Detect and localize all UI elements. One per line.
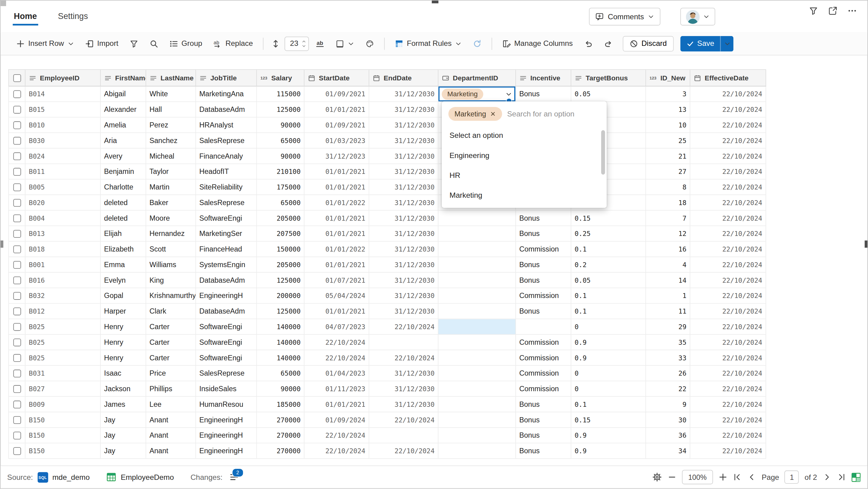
- cell-effective_date[interactable]: 22/10/2024: [690, 335, 766, 350]
- cell-end_date[interactable]: 31/12/2030: [369, 117, 438, 133]
- cell-salary[interactable]: 125000: [257, 304, 304, 319]
- cell-start_date[interactable]: 01/09/2024: [304, 412, 369, 428]
- column-header-salary[interactable]: Salary: [257, 70, 304, 86]
- cell-employee_id[interactable]: B024: [25, 148, 101, 164]
- cell-target_bonus[interactable]: 0: [571, 381, 646, 397]
- cell-id_new[interactable]: 13: [646, 102, 690, 118]
- cell-start_date[interactable]: 01/01/2021: [304, 304, 369, 319]
- cell-effective_date[interactable]: 22/10/2024: [690, 148, 766, 164]
- cell-department_id[interactable]: [438, 428, 516, 443]
- row-checkbox[interactable]: [13, 385, 21, 393]
- cell-department_id[interactable]: [438, 366, 516, 381]
- stepper-up-icon[interactable]: [301, 39, 307, 44]
- cell-incentive[interactable]: Commission: [516, 242, 571, 257]
- cell-employee_id[interactable]: B011: [25, 164, 101, 180]
- cell-employee_id[interactable]: B031: [25, 366, 101, 381]
- cell-id_new[interactable]: 35: [646, 335, 690, 350]
- cell-last_name[interactable]: Perez: [146, 117, 196, 133]
- cell-end_date[interactable]: [369, 428, 438, 443]
- cell-id_new[interactable]: 36: [646, 428, 690, 443]
- cell-department_id[interactable]: [438, 210, 516, 226]
- column-header-first_name[interactable]: FirstName: [101, 70, 146, 86]
- cell-salary[interactable]: 115000: [257, 86, 304, 102]
- cell-end_date[interactable]: 31/12/2030: [369, 381, 438, 397]
- cell-job_title[interactable]: HeadofIT: [196, 164, 257, 180]
- discard-button[interactable]: Discard: [623, 36, 673, 51]
- cell-employee_id[interactable]: B001: [25, 257, 101, 272]
- column-header-id_new[interactable]: ID_New: [646, 70, 690, 86]
- wrap-text-button[interactable]: [311, 35, 329, 52]
- cell-effective_date[interactable]: 22/10/2024: [690, 210, 766, 226]
- cell-id_new[interactable]: 1: [646, 288, 690, 304]
- cell-effective_date[interactable]: 22/10/2024: [690, 242, 766, 257]
- cell-id_new[interactable]: 22: [646, 381, 690, 397]
- cell-id_new[interactable]: 34: [646, 443, 690, 459]
- cell-incentive[interactable]: Commission: [516, 288, 571, 304]
- column-header-incentive[interactable]: Incentive: [516, 70, 571, 86]
- cell-job_title[interactable]: SiteReliability: [196, 179, 257, 195]
- cell-end_date[interactable]: 31/12/2030: [369, 179, 438, 195]
- cell-start_date[interactable]: 01/01/2021: [304, 102, 369, 118]
- cell-effective_date[interactable]: 22/10/2024: [690, 226, 766, 242]
- cell-salary[interactable]: 65000: [257, 133, 304, 148]
- cell-first_name[interactable]: Jay: [101, 412, 146, 428]
- cell-incentive[interactable]: Commission: [516, 350, 571, 366]
- zoom-level[interactable]: 100%: [682, 470, 713, 484]
- cell-target_bonus[interactable]: 0.9: [571, 350, 646, 366]
- cell-target_bonus[interactable]: 0.9: [571, 443, 646, 459]
- cell-last_name[interactable]: Moore: [146, 210, 196, 226]
- row-checkbox[interactable]: [13, 183, 21, 191]
- cell-last_name[interactable]: Scott: [146, 242, 196, 257]
- cell-employee_id[interactable]: B015: [25, 102, 101, 118]
- cell-end_date[interactable]: 31/12/2030: [369, 226, 438, 242]
- column-header-job_title[interactable]: JobTitle: [196, 70, 257, 86]
- cell-effective_date[interactable]: 22/10/2024: [690, 319, 766, 335]
- row-checkbox[interactable]: [13, 152, 21, 160]
- cell-salary[interactable]: 140000: [257, 319, 304, 335]
- cell-first_name[interactable]: Aria: [101, 133, 146, 148]
- previous-page-icon[interactable]: [747, 473, 756, 482]
- row-checkbox[interactable]: [13, 90, 21, 98]
- cell-first_name[interactable]: Jay: [101, 443, 146, 459]
- cell-id_new[interactable]: 3: [646, 86, 690, 102]
- cell-last_name[interactable]: Baker: [146, 195, 196, 210]
- cell-first_name[interactable]: Henry: [101, 335, 146, 350]
- first-page-icon[interactable]: [733, 473, 742, 482]
- row-checkbox[interactable]: [13, 121, 21, 129]
- account-button[interactable]: [680, 8, 715, 25]
- row-checkbox[interactable]: [13, 199, 21, 206]
- cell-job_title[interactable]: SalesReprese: [196, 195, 257, 210]
- cell-employee_id[interactable]: B150: [25, 443, 101, 459]
- cell-start_date[interactable]: 01/01/2022: [304, 195, 369, 210]
- format-rules-button[interactable]: Format Rules: [390, 35, 466, 52]
- cell-id_new[interactable]: 25: [646, 133, 690, 148]
- cell-job_title[interactable]: SoftwareEngi: [196, 350, 257, 366]
- cell-effective_date[interactable]: 22/10/2024: [690, 179, 766, 195]
- cell-last_name[interactable]: Micheal: [146, 148, 196, 164]
- cell-start_date[interactable]: 22/10/2024: [304, 335, 369, 350]
- row-checkbox[interactable]: [13, 168, 21, 175]
- row-checkbox[interactable]: [13, 354, 21, 362]
- cell-end_date[interactable]: 31/12/2030: [369, 195, 438, 210]
- column-header-end_date[interactable]: EndDate: [369, 70, 438, 86]
- cell-start_date[interactable]: 01/09/2021: [304, 117, 369, 133]
- cell-incentive[interactable]: Bonus: [516, 86, 571, 102]
- cell-department_id[interactable]: [438, 257, 516, 272]
- cell-last_name[interactable]: Carter: [146, 335, 196, 350]
- cell-employee_id[interactable]: B010: [25, 117, 101, 133]
- row-checkbox[interactable]: [13, 230, 21, 237]
- cell-employee_id[interactable]: B150: [25, 412, 101, 428]
- cell-salary[interactable]: 210100: [257, 164, 304, 180]
- cell-id_new[interactable]: 16: [646, 242, 690, 257]
- cell-first_name[interactable]: Jackson: [101, 381, 146, 397]
- column-header-target_bonus[interactable]: TargetBonus: [571, 70, 646, 86]
- save-button[interactable]: Save: [680, 36, 720, 51]
- cell-department_id[interactable]: [438, 288, 516, 304]
- cell-end_date[interactable]: 31/12/2030: [369, 102, 438, 118]
- cell-incentive[interactable]: Bonus: [516, 226, 571, 242]
- column-header-start_date[interactable]: StartDate: [304, 70, 369, 86]
- search-button[interactable]: [145, 35, 163, 52]
- cell-incentive[interactable]: Bonus: [516, 443, 571, 459]
- cell-effective_date[interactable]: 22/10/2024: [690, 428, 766, 443]
- import-button[interactable]: Import: [81, 35, 123, 52]
